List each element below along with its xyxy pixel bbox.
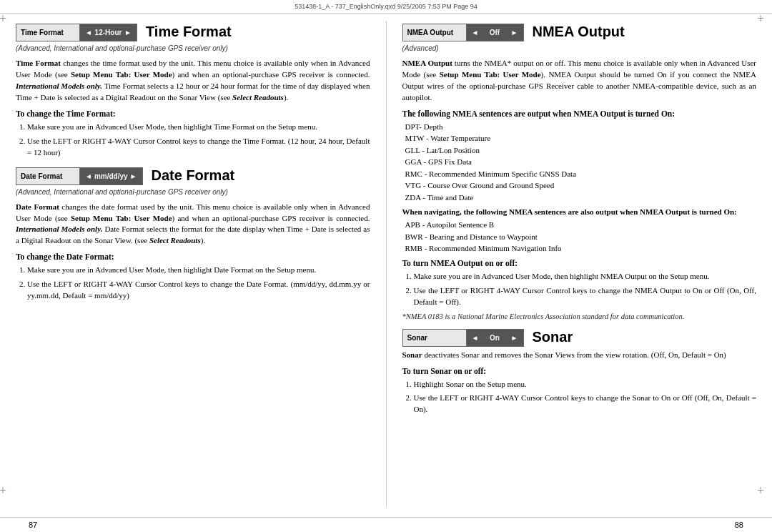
nmea-output-arrow-left[interactable]: ◄ <box>470 29 481 36</box>
nmea-sentences-on-title: The following NMEA sentences are output … <box>402 109 757 118</box>
time-format-value-row[interactable]: ◄ 12-Hour ► <box>80 24 137 41</box>
sonar-widget: Sonar ◄ On ► Sonar <box>402 329 757 347</box>
nmea-output-label: NMEA Output <box>402 24 467 41</box>
date-format-subtitle: (Advanced, International and optional-pu… <box>16 188 370 196</box>
sonar-arrow-left[interactable]: ◄ <box>470 334 481 342</box>
date-format-step-2: Use the LEFT or RIGHT 4-WAY Cursor Contr… <box>27 279 370 302</box>
nmea-footnote: *NMEA 0183 is a National Marine Electron… <box>402 312 757 320</box>
crosshair-top-left <box>1 15 13 26</box>
time-format-arrow-left[interactable]: ◄ <box>83 29 94 36</box>
nmea-sentence-zda: ZDA - Time and Date <box>405 192 757 204</box>
sonar-body: Sonar deactivates Sonar and removes the … <box>402 350 757 361</box>
sonar-value: On <box>480 334 508 342</box>
time-format-title: Time Format <box>146 24 232 40</box>
when-navigating-title: When navigating, the following NMEA sent… <box>402 207 757 216</box>
nmea-output-steps: Make sure you are in Advanced User Mode,… <box>402 271 757 308</box>
date-format-widget: Date Format ◄ mm/dd/yy ► Date Format <box>16 167 370 185</box>
date-format-value: mm/dd/yy <box>94 172 128 180</box>
nmea-output-value-row[interactable]: ◄ Off ► <box>467 24 524 41</box>
time-format-change-title: To change the Time Format: <box>16 109 370 118</box>
nmea-output-arrow-right[interactable]: ► <box>509 29 520 36</box>
date-format-step-1: Make sure you are in Advanced User Mode,… <box>27 265 370 276</box>
sonar-step-1: Highlight Sonar on the Setup menu. <box>414 379 757 390</box>
nmea-output-body: NMEA Output turns the NMEA* output on or… <box>402 58 757 104</box>
time-format-body: Time Format changes the time format used… <box>16 58 370 104</box>
page-header: 531438-1_A - 737_EnglishOnly.qxd 9/25/20… <box>0 0 772 14</box>
time-format-arrow-right[interactable]: ► <box>122 29 134 36</box>
nmea-nav-bwr: BWR - Bearing and Distance to Waypoint <box>405 231 757 243</box>
nmea-sentence-rmc: RMC - Recommended Minimum Specific GNSS … <box>405 168 757 180</box>
nmea-sentences-list: DPT- Depth MTW - Water Temperature GLL -… <box>402 121 757 204</box>
nmea-output-step-1: Make sure you are in Advanced User Mode,… <box>414 271 757 282</box>
time-format-value: 12-Hour <box>94 29 122 36</box>
page-footer: 87 88 <box>0 517 772 532</box>
nmea-output-subtitle: (Advanced) <box>402 44 757 52</box>
nmea-sentence-vtg: VTG - Course Over Ground and Ground Spee… <box>405 179 757 192</box>
right-page: NMEA Output ◄ Off ► NMEA Output (Advance… <box>387 14 773 514</box>
date-format-label: Date Format <box>16 167 80 185</box>
crosshair-top-right <box>759 15 771 26</box>
date-format-body: Date Format changes the date format used… <box>16 202 370 247</box>
header-text: 531438-1_A - 737_EnglishOnly.qxd 9/25/20… <box>295 3 477 10</box>
sonar-section: Sonar ◄ On ► Sonar Sonar deactivates Son… <box>402 329 757 416</box>
time-format-label: Time Format <box>16 24 80 41</box>
sonar-label: Sonar <box>402 329 467 347</box>
time-format-widget: Time Format ◄ 12-Hour ► Time Format <box>16 24 370 41</box>
date-format-section: Date Format ◄ mm/dd/yy ► Date Format (Ad… <box>16 167 370 302</box>
sonar-arrow-right[interactable]: ► <box>509 334 520 342</box>
left-page-number: 87 <box>29 521 37 529</box>
date-format-value-row[interactable]: ◄ mm/dd/yy ► <box>80 167 143 185</box>
nmea-nav-apb: APB - Autopilot Sentence B <box>405 219 757 231</box>
sonar-title: Sonar <box>533 329 573 345</box>
time-format-steps: Make sure you are in Advanced User Mode,… <box>16 122 370 159</box>
nmea-sentence-gga: GGA - GPS Fix Data <box>405 156 757 168</box>
nmea-nav-rmb: RMB - Recommended Minimum Navigation Inf… <box>405 242 757 255</box>
time-format-step-1: Make sure you are in Advanced User Mode,… <box>27 122 370 133</box>
nmea-output-section: NMEA Output ◄ Off ► NMEA Output (Advance… <box>402 24 757 320</box>
sonar-step-2: Use the LEFT or RIGHT 4-WAY Cursor Contr… <box>414 393 757 415</box>
nmea-output-value: Off <box>480 29 508 36</box>
time-format-subtitle: (Advanced, International and optional-pu… <box>16 44 370 52</box>
time-format-step-2: Use the LEFT or RIGHT 4-WAY Cursor Contr… <box>27 136 370 159</box>
date-format-change-title: To change the Date Format: <box>16 252 370 261</box>
nmea-sentence-dpt: DPT- Depth <box>405 121 757 133</box>
sonar-steps: Highlight Sonar on the Setup menu. Use t… <box>402 379 757 416</box>
nmea-output-title: NMEA Output <box>533 24 625 40</box>
sonar-turn-on-off-title: To turn Sonar on or off: <box>402 367 757 375</box>
right-page-number: 88 <box>735 521 743 529</box>
nmea-sentence-mtw: MTW - Water Temperature <box>405 132 757 144</box>
nmea-output-step-2: Use the LEFT or RIGHT 4-WAY Cursor Contr… <box>414 285 757 308</box>
sonar-value-row[interactable]: ◄ On ► <box>467 329 524 347</box>
date-format-arrow-left[interactable]: ◄ <box>83 172 94 180</box>
nmea-turn-on-off-title: To turn NMEA Output on or off: <box>402 259 757 267</box>
time-format-section: Time Format ◄ 12-Hour ► Time Format (Adv… <box>16 24 370 159</box>
crosshair-bottom-right <box>759 487 771 498</box>
date-format-arrow-right[interactable]: ► <box>128 172 139 180</box>
crosshair-bottom-left <box>1 487 13 498</box>
date-format-title: Date Format <box>152 167 235 184</box>
date-format-steps: Make sure you are in Advanced User Mode,… <box>16 265 370 302</box>
nmea-sentence-gll: GLL - Lat/Lon Position <box>405 144 757 157</box>
nmea-output-widget: NMEA Output ◄ Off ► NMEA Output <box>402 24 757 41</box>
nmea-nav-sentences-list: APB - Autopilot Sentence B BWR - Bearing… <box>402 219 757 255</box>
left-page: Time Format ◄ 12-Hour ► Time Format (Adv… <box>0 14 386 514</box>
